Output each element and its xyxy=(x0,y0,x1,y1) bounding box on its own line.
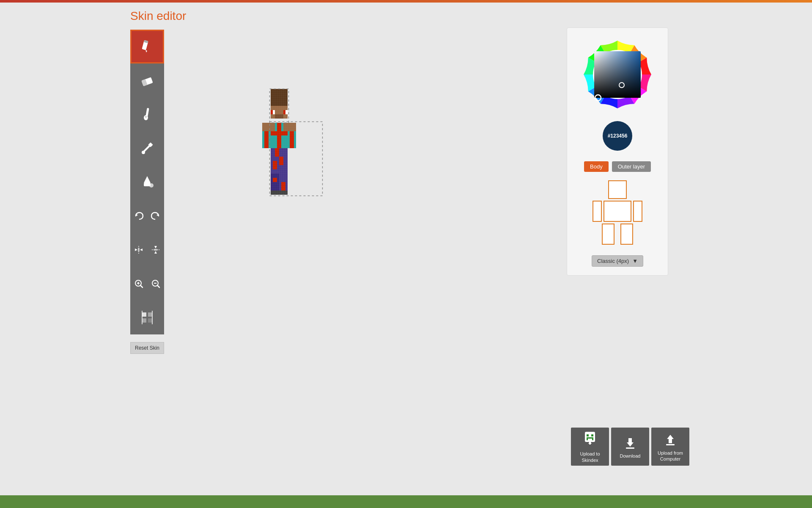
body-layer-tab[interactable]: Body xyxy=(584,161,609,172)
eyedropper-tool[interactable] xyxy=(130,131,164,165)
download-label: Download xyxy=(620,453,641,458)
svg-rect-22 xyxy=(154,249,157,251)
preview-tool[interactable] xyxy=(130,301,164,334)
toolbar: Reset Skin xyxy=(130,30,164,334)
svg-marker-1 xyxy=(145,50,147,52)
fill-icon xyxy=(140,174,155,190)
outer-layer-tab[interactable]: Outer layer xyxy=(612,161,651,172)
redo-button[interactable] xyxy=(147,199,164,233)
svg-marker-11 xyxy=(144,176,151,183)
svg-point-13 xyxy=(149,183,154,188)
upload-computer-label: Upload fromComputer xyxy=(658,450,683,462)
svg-marker-23 xyxy=(154,251,157,254)
svg-point-9 xyxy=(142,151,145,154)
svg-rect-34 xyxy=(148,318,152,323)
undo-redo-row xyxy=(130,199,164,233)
svg-rect-32 xyxy=(148,312,152,317)
svg-rect-78 xyxy=(587,437,588,440)
eraser-icon xyxy=(140,73,155,88)
classic-dropdown-label: Classic (4px) xyxy=(597,258,629,264)
svg-marker-17 xyxy=(135,248,137,251)
eraser-tool[interactable] xyxy=(130,64,164,97)
fill-tool[interactable] xyxy=(130,165,164,199)
body-map-torso-row xyxy=(593,201,642,222)
svg-rect-66 xyxy=(271,89,321,195)
flip-vertical-button[interactable] xyxy=(147,233,164,267)
upload-computer-icon xyxy=(663,431,678,447)
svg-rect-76 xyxy=(591,434,593,436)
download-button[interactable]: Download xyxy=(611,428,649,466)
svg-rect-85 xyxy=(666,444,675,445)
body-map xyxy=(593,180,642,245)
right-leg-body-part[interactable] xyxy=(620,224,633,245)
reset-skin-button[interactable]: Reset Skin xyxy=(130,342,164,354)
svg-marker-82 xyxy=(627,438,634,447)
color-hex-value: #123456 xyxy=(608,133,628,139)
svg-marker-84 xyxy=(667,435,674,443)
body-map-head-row xyxy=(608,180,627,199)
svg-rect-77 xyxy=(588,437,592,439)
torso-body-part[interactable] xyxy=(604,201,631,222)
left-leg-body-part[interactable] xyxy=(602,224,614,245)
svg-rect-31 xyxy=(142,312,146,317)
svg-rect-73 xyxy=(594,51,641,98)
svg-line-27 xyxy=(140,285,143,287)
svg-rect-81 xyxy=(589,442,591,444)
upload-computer-button[interactable]: Upload fromComputer xyxy=(651,428,689,466)
color-swatch[interactable]: #123456 xyxy=(603,121,632,151)
paintbrush-tool[interactable] xyxy=(130,97,164,131)
layer-tabs: Body Outer layer xyxy=(584,161,651,172)
svg-rect-74 xyxy=(585,432,595,442)
color-wheel-container[interactable] xyxy=(579,36,656,113)
bottom-bar xyxy=(0,495,812,508)
head-body-part[interactable] xyxy=(608,180,627,199)
right-arm-body-part[interactable] xyxy=(633,201,642,222)
svg-rect-18 xyxy=(138,248,140,251)
zoom-in-icon xyxy=(134,279,143,288)
redo-icon xyxy=(151,211,160,221)
svg-rect-79 xyxy=(592,437,593,440)
color-picker-panel: #123456 Body Outer layer Classic (4px) ▼ xyxy=(567,28,668,276)
zoom-out-button[interactable] xyxy=(147,267,164,301)
upload-skindex-button[interactable]: Upload toSkindex xyxy=(571,428,609,466)
pencil-icon xyxy=(140,39,155,54)
dropdown-chevron-icon: ▼ xyxy=(632,258,638,264)
download-icon xyxy=(623,435,638,451)
svg-line-30 xyxy=(157,285,159,287)
zoom-out-icon xyxy=(151,279,160,288)
preview-icon xyxy=(140,310,155,325)
skin-canvas-area xyxy=(211,42,381,305)
eyedropper-icon xyxy=(140,141,155,156)
flip-h-icon xyxy=(134,245,143,254)
color-wheel-svg[interactable] xyxy=(579,36,656,113)
skin-preview[interactable] xyxy=(237,76,355,271)
top-bar xyxy=(0,0,812,3)
svg-rect-33 xyxy=(142,318,146,323)
svg-rect-7 xyxy=(145,116,147,118)
flip-horizontal-button[interactable] xyxy=(130,233,147,267)
action-buttons-area: Upload toSkindex Download Upload fromCom… xyxy=(571,428,689,466)
undo-button[interactable] xyxy=(130,199,147,233)
zoom-in-button[interactable] xyxy=(130,267,147,301)
svg-rect-54 xyxy=(264,131,269,148)
svg-rect-75 xyxy=(587,434,589,436)
page-title: Skin editor xyxy=(130,9,186,23)
paintbrush-icon xyxy=(140,107,155,122)
svg-marker-21 xyxy=(154,246,157,248)
upload-skindex-label: Upload toSkindex xyxy=(580,451,600,463)
svg-rect-83 xyxy=(626,447,634,449)
upload-skindex-icon xyxy=(582,430,598,448)
undo-icon xyxy=(134,211,143,221)
pencil-tool[interactable] xyxy=(130,30,164,64)
flip-row xyxy=(130,233,164,267)
body-map-legs-row xyxy=(602,224,633,245)
svg-marker-19 xyxy=(140,248,143,251)
flip-v-icon xyxy=(151,245,160,254)
classic-dropdown[interactable]: Classic (4px) ▼ xyxy=(592,255,643,267)
zoom-row xyxy=(130,267,164,301)
left-arm-body-part[interactable] xyxy=(593,201,602,222)
